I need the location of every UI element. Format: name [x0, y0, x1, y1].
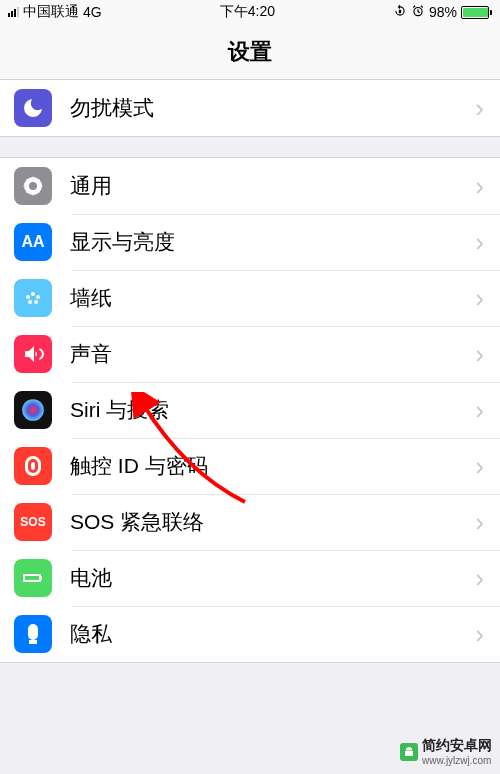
watermark: 简约安卓网 www.jylzwj.com	[400, 737, 492, 766]
settings-row-touchid[interactable]: 触控 ID 与密码›	[0, 438, 500, 494]
siri-icon	[14, 391, 52, 429]
display-icon: AA	[14, 223, 52, 261]
settings-row-sos[interactable]: SOSSOS 紧急联络›	[0, 494, 500, 550]
chevron-right-icon: ›	[475, 565, 484, 591]
touchid-label: 触控 ID 与密码	[70, 452, 475, 480]
chevron-right-icon: ›	[475, 229, 484, 255]
touchid-icon	[14, 447, 52, 485]
settings-row-wallpaper[interactable]: 墙纸›	[0, 270, 500, 326]
status-right: 98%	[393, 4, 492, 21]
settings-row-battery[interactable]: 电池›	[0, 550, 500, 606]
settings-row-privacy[interactable]: 隐私›	[0, 606, 500, 662]
sound-label: 声音	[70, 340, 475, 368]
chevron-right-icon: ›	[475, 509, 484, 535]
settings-row-siri[interactable]: Siri 与搜索›	[0, 382, 500, 438]
dnd-icon	[14, 89, 52, 127]
chevron-right-icon: ›	[475, 453, 484, 479]
network-label: 4G	[83, 4, 102, 20]
wallpaper-label: 墙纸	[70, 284, 475, 312]
carrier-label: 中国联通	[23, 3, 79, 21]
privacy-label: 隐私	[70, 620, 475, 648]
settings-row-sound[interactable]: 声音›	[0, 326, 500, 382]
general-icon	[14, 167, 52, 205]
chevron-right-icon: ›	[475, 95, 484, 121]
battery-pct: 98%	[429, 4, 457, 20]
battery-label: 电池	[70, 564, 475, 592]
watermark-name: 简约安卓网	[422, 737, 492, 753]
status-time: 下午4:20	[220, 3, 275, 21]
battery-icon	[14, 559, 52, 597]
settings-row-general[interactable]: 通用›	[0, 158, 500, 214]
siri-label: Siri 与搜索	[70, 396, 475, 424]
sos-icon: SOS	[14, 503, 52, 541]
svg-rect-0	[399, 9, 401, 12]
chevron-right-icon: ›	[475, 397, 484, 423]
chevron-right-icon: ›	[475, 285, 484, 311]
status-bar: 中国联通 4G 下午4:20 98%	[0, 0, 500, 24]
battery-icon	[461, 6, 492, 19]
display-label: 显示与亮度	[70, 228, 475, 256]
page-title: 设置	[0, 24, 500, 80]
dnd-label: 勿扰模式	[70, 94, 475, 122]
watermark-site: www.jylzwj.com	[422, 755, 492, 766]
chevron-right-icon: ›	[475, 621, 484, 647]
chevron-right-icon: ›	[475, 341, 484, 367]
privacy-icon	[14, 615, 52, 653]
settings-row-dnd[interactable]: 勿扰模式›	[0, 80, 500, 136]
svg-point-2	[22, 399, 44, 421]
alarm-icon	[411, 4, 425, 21]
wallpaper-icon	[14, 279, 52, 317]
orientation-lock-icon	[393, 4, 407, 21]
signal-icon	[8, 7, 19, 17]
status-left: 中国联通 4G	[8, 3, 102, 21]
settings-row-display[interactable]: AA显示与亮度›	[0, 214, 500, 270]
general-label: 通用	[70, 172, 475, 200]
sos-label: SOS 紧急联络	[70, 508, 475, 536]
sound-icon	[14, 335, 52, 373]
watermark-logo-icon	[400, 743, 418, 761]
chevron-right-icon: ›	[475, 173, 484, 199]
